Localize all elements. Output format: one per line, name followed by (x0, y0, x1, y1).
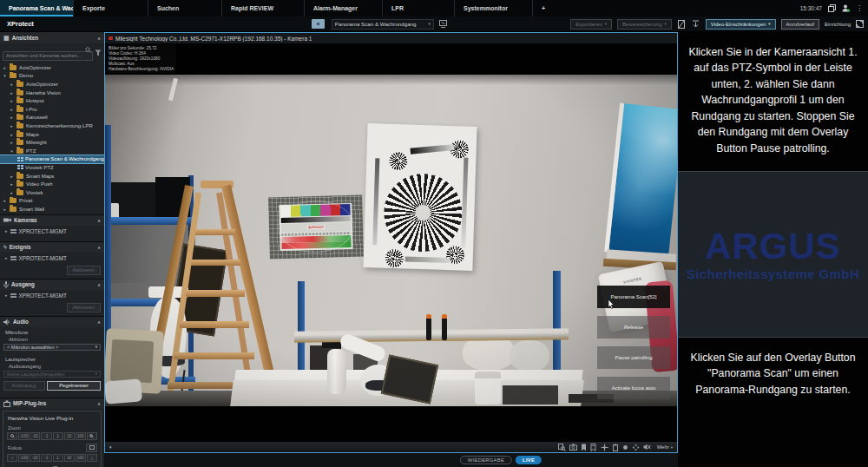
tabbar-right-group: 15:30:47 ⋮ (800, 0, 868, 16)
tree-item-smart-wall[interactable]: ▸Smart Wall (0, 205, 104, 214)
privacy-mask-icon[interactable] (677, 20, 686, 29)
views-section-header[interactable]: ▦ Ansichten ∧ (0, 32, 104, 43)
record-indicator-icon[interactable] (622, 444, 628, 451)
video-restrictions-button[interactable]: Video-Einschränkungen▾ (706, 19, 776, 30)
move-icon[interactable] (632, 444, 640, 451)
tab-systemmonitor[interactable]: Systemmonitor (455, 0, 533, 16)
tree-item-privat[interactable]: ▸Privat (0, 197, 104, 206)
clipboard-icon[interactable] (612, 444, 619, 451)
audio-output-button[interactable]: Audioausg. (3, 381, 45, 391)
tab-suchen[interactable]: Suchen (148, 0, 222, 16)
tree-item-demo[interactable]: ▾Demo (0, 72, 104, 81)
output-section-header[interactable]: Ausgang ∧ (0, 279, 104, 290)
autofocus-button[interactable] (86, 444, 97, 452)
expand-icon: ▸ (10, 181, 14, 187)
tree-item-video-push[interactable]: ▸Video Push (0, 180, 104, 188)
kebab-menu-icon[interactable]: ⋮ (856, 5, 863, 12)
zoom-out-icon[interactable] (7, 432, 17, 440)
tab-alarm-manager[interactable]: Alarm-Manager (305, 0, 383, 16)
evidence-lock-button[interactable]: Beweissicherung▾ (617, 19, 672, 30)
camera-video-area[interactable]: BUROSCH VIVOTEK (105, 43, 677, 441)
speaker-select[interactable]: Keine Lautsprecherquellen ▾ (3, 371, 101, 378)
export-button[interactable]: Exportieren▾ (570, 19, 612, 30)
ptz-icon[interactable] (601, 444, 608, 451)
tree-item-kennzeichenerkennung[interactable]: ▸Kennzeichenerkennung-LPR (0, 122, 104, 130)
add-tab-button[interactable]: + (533, 0, 559, 16)
overlay-button-panorama-scan[interactable]: Panorama Scan[52] (597, 286, 670, 308)
zoom-step-button[interactable]: 1 (53, 432, 63, 440)
filter-icon[interactable] (95, 49, 102, 56)
camera-tile[interactable]: Milesight Technology Co.,Ltd. MS-C2971-X… (104, 32, 678, 453)
cameras-server-row[interactable]: ▸ XPROTECT-MGMT (0, 226, 104, 241)
overlay-button-release[interactable]: Release (597, 316, 670, 339)
tree-item-vivotek-ptz[interactable]: Vivotek PTZ (0, 163, 104, 172)
zoom-step-button[interactable]: 100 (76, 432, 86, 440)
digital-zoom-icon[interactable] (558, 444, 566, 451)
view-setup-icon[interactable] (439, 20, 448, 28)
cameras-section-header[interactable]: Kameras ∧ (0, 214, 104, 226)
focus-near-icon[interactable]: ○ (7, 454, 17, 462)
focus-step-button[interactable]: 10 (64, 454, 75, 462)
tree-item-i-pro[interactable]: ▸i-Pro (0, 105, 104, 114)
mip-plugins-section-header[interactable]: MIP-Plug-Ins ∧ (0, 398, 104, 409)
copy-icon[interactable] (828, 4, 836, 12)
microphone-select[interactable]: < Mikrofon auswählen > ▾ (3, 344, 101, 351)
button-label: 1 (56, 456, 59, 460)
snapshot-icon[interactable] (569, 444, 577, 451)
focus-step-button[interactable]: 100 (76, 454, 86, 462)
scroll-down-icon[interactable]: ▾ (109, 444, 112, 450)
tree-item-maps[interactable]: ▸Maps (0, 130, 104, 139)
user-status-icon[interactable] (842, 4, 850, 12)
screen-cast-icon[interactable] (691, 20, 700, 28)
search-input[interactable] (3, 51, 93, 61)
tree-item-hanwha-vision[interactable]: ▸Hanwha Vision (0, 89, 104, 97)
zoom-step-button[interactable]: 10 (64, 432, 75, 440)
output-activate-button[interactable]: Aktivieren (67, 303, 101, 312)
zoom-step-button[interactable]: -100 (18, 432, 29, 440)
setup-button[interactable]: Einrichtung (825, 22, 851, 27)
tab-rapid-review[interactable]: Rapid REVIEW (222, 0, 305, 16)
level-meter-button[interactable]: Pegelmesser (47, 381, 101, 391)
focus-far-icon[interactable]: △ (87, 454, 97, 462)
event-section-header[interactable]: ϟ Ereignis ∧ (0, 241, 104, 253)
folder-icon (10, 198, 16, 203)
more-button[interactable]: Mehr▾ (657, 444, 673, 450)
tree-item-axisoptimizer[interactable]: ▸AxisOptimizer (0, 63, 104, 72)
expand-icon: ▸ (10, 98, 14, 103)
tree-item-ptz[interactable]: ▾PTZ (0, 147, 104, 155)
tab-exporte[interactable]: Exporte (74, 0, 148, 16)
zoom-step-button[interactable]: -10 (30, 432, 40, 440)
overlay-button-activate-focus[interactable]: Activate focus auto (597, 377, 670, 399)
zoom-in-icon[interactable] (87, 432, 97, 440)
tree-item-hotspot[interactable]: ▸Hotspot (0, 96, 104, 105)
playback-mode-button[interactable]: WIEDERGABE (460, 456, 512, 464)
output-server-row[interactable]: ▸ XPROTECT-MGMT (0, 290, 104, 301)
tree-item-axisoptimizer-2[interactable]: ▸AxisOptimizer (0, 80, 104, 89)
fullscreen-icon[interactable] (856, 20, 864, 28)
live-mode-button[interactable]: LIVE (516, 456, 542, 464)
zoom-step-button[interactable]: -1 (41, 432, 51, 440)
tree-item-karussell[interactable]: ▸Karussell (0, 114, 104, 122)
tree-item-vivotek[interactable]: ▸Vivotek (0, 188, 104, 197)
focus-step-button[interactable]: 1 (53, 454, 63, 462)
overlay-button-pause-patrolling[interactable]: Pause patrolling (597, 346, 670, 369)
tab-panorama-scan[interactable]: Panorama Scan & Wac... (0, 0, 74, 16)
tree-item-smart-maps[interactable]: ▸Smart Maps (0, 172, 104, 181)
bookmark-icon[interactable] (581, 444, 587, 451)
button-label: -10 (32, 434, 38, 438)
view-selector-dropdown[interactable]: Panorama Scan & Wachrundgang ▾ (332, 19, 434, 30)
audio-mute-icon[interactable] (643, 444, 651, 451)
focus-step-button[interactable]: -100 (18, 454, 29, 462)
call-history-button[interactable]: Anrufverlauf (781, 19, 819, 30)
tree-item-panorama-scan-selected[interactable]: Panorama Scan & Wachrundgang (0, 155, 104, 164)
collapse-sidebar-button[interactable]: « (312, 19, 325, 29)
bookmark-detail-icon[interactable] (590, 444, 597, 451)
focus-step-button[interactable]: -1 (41, 454, 51, 462)
tree-item-milesight[interactable]: ▸Milesight (0, 138, 104, 147)
event-activate-button[interactable]: Aktivieren (67, 266, 101, 275)
focus-buttons-row: ○ -100 -10 -1 1 10 100 △ (7, 454, 97, 462)
event-server-row[interactable]: ▸ XPROTECT-MGMT (0, 253, 104, 264)
tab-lpr[interactable]: LPR (383, 0, 455, 16)
focus-step-button[interactable]: -10 (30, 454, 40, 462)
audio-section-header[interactable]: Audio ∧ (0, 316, 104, 327)
